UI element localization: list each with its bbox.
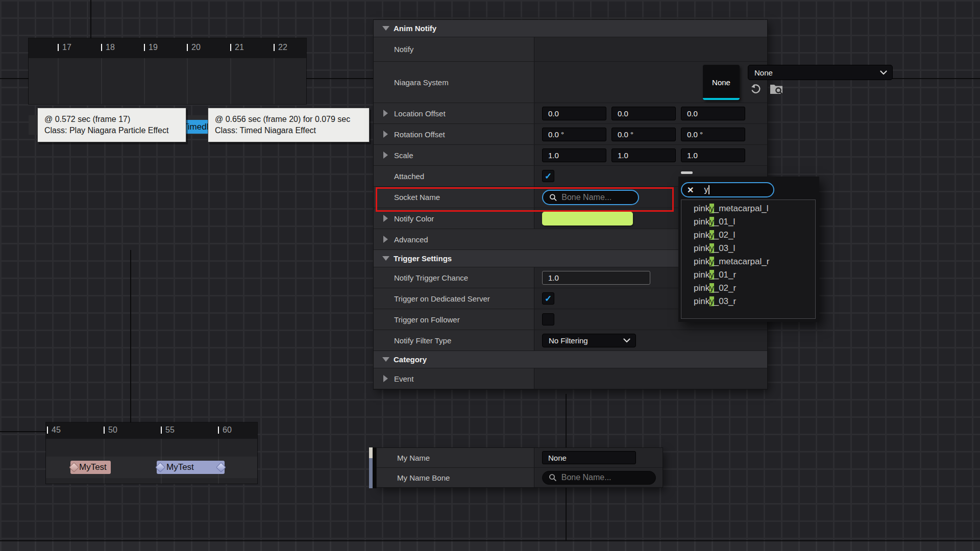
chevron-down-icon — [880, 70, 887, 75]
property-label: Event — [394, 374, 413, 383]
row-location-offset: Location Offset 0.0 0.0 0.0 — [374, 103, 767, 124]
scale-z-field[interactable]: 1.0 — [681, 148, 745, 162]
property-label: Notify Trigger Chance — [394, 273, 468, 282]
tick-mark — [274, 44, 275, 51]
bone-list-item[interactable]: pinky_01_r — [681, 268, 815, 282]
expander-icon[interactable] — [383, 152, 388, 159]
match-highlight: y — [709, 296, 714, 306]
clear-search-icon[interactable]: ✕ — [687, 185, 694, 195]
match-highlight: y — [709, 243, 714, 253]
property-label: Rotation Offset — [394, 130, 445, 139]
checkmark-icon: ✓ — [545, 172, 552, 181]
notify-trigger-chance-field[interactable]: 1.0 — [542, 271, 650, 285]
text-cursor — [708, 185, 709, 194]
property-label: Trigger on Dedicated Server — [394, 294, 490, 303]
bone-suggestion-list: pinky_metacarpal_l pinky_01_l pinky_02_l… — [681, 199, 816, 319]
browse-to-asset-icon[interactable] — [770, 84, 783, 94]
dropdown-value: No Filtering — [549, 336, 588, 345]
tick-mark — [47, 427, 48, 434]
notify-color-swatch[interactable] — [542, 212, 633, 226]
tick-mark — [187, 44, 188, 51]
location-z-field[interactable]: 0.0 — [681, 107, 745, 120]
property-label: Notify Color — [394, 214, 434, 223]
field-value: 1.0 — [548, 273, 559, 282]
tick-label: 20 — [191, 43, 201, 52]
scrollbar-thumb[interactable] — [369, 447, 373, 458]
collapse-arrow-icon[interactable] — [382, 26, 389, 31]
row-niagara-system: Niagara System None None — [374, 62, 767, 103]
property-label: My Name — [397, 454, 430, 462]
notify-mytest-lavender[interactable]: MyTest — [157, 461, 225, 474]
dedicated-server-checkbox[interactable]: ✓ — [542, 292, 554, 305]
bone-list-item[interactable]: pinky_02_l — [681, 229, 815, 242]
property-label: Trigger on Follower — [394, 315, 460, 324]
rotation-z-field[interactable]: 0.0 ° — [681, 128, 745, 141]
search-icon — [549, 193, 557, 202]
niagara-system-dropdown[interactable]: None — [748, 65, 893, 80]
bone-search-field[interactable]: ✕ y — [681, 182, 774, 197]
row-notify-filter-type: Notify Filter Type No Filtering — [374, 330, 767, 351]
expander-icon[interactable] — [383, 236, 388, 243]
expander-icon[interactable] — [383, 110, 388, 117]
socket-name-search-field[interactable] — [542, 190, 639, 205]
row-my-name: My Name None — [377, 448, 663, 468]
vertical-scrollbar[interactable] — [369, 447, 373, 488]
match-highlight: y — [709, 230, 714, 240]
my-name-field[interactable]: None — [542, 451, 636, 464]
match-highlight: y — [709, 283, 714, 293]
section-header-category[interactable]: Category — [374, 351, 767, 368]
notify-label: MyTest — [79, 462, 107, 472]
attached-checkbox[interactable]: ✓ — [542, 170, 554, 182]
row-event: Event — [374, 368, 767, 389]
my-name-bone-search-field[interactable] — [542, 471, 656, 485]
bone-list-item[interactable]: pinky_metacarpal_r — [681, 255, 815, 268]
tick-label: 19 — [149, 43, 158, 52]
section-title: Trigger Settings — [394, 254, 452, 263]
bone-list-item[interactable]: pinky_03_l — [681, 242, 815, 255]
row-my-name-bone: My Name Bone — [377, 468, 663, 487]
expander-icon[interactable] — [383, 375, 388, 382]
bone-list-item[interactable]: pinky_02_r — [681, 282, 815, 295]
notify-filter-type-dropdown[interactable]: No Filtering — [542, 334, 636, 347]
property-label: Notify — [394, 45, 413, 54]
tooltip-class-line: Class: Timed Niagara Effect — [215, 125, 362, 136]
thumbnail-type-bar — [703, 98, 740, 100]
grid-major-line — [130, 250, 131, 423]
bone-list-item[interactable]: pinky_metacarpal_l — [681, 202, 815, 215]
property-label: Location Offset — [394, 109, 446, 118]
bone-list-item[interactable]: pinky_03_r — [681, 295, 815, 308]
section-header-anim-notify[interactable]: Anim Notify — [374, 20, 767, 37]
asset-thumbnail[interactable]: None — [703, 65, 740, 100]
tick-mark — [161, 427, 162, 434]
tooltip-class-line: Class: Play Niagara Particle Effect — [44, 125, 179, 136]
tick-label: 22 — [278, 43, 287, 52]
use-selected-asset-icon[interactable] — [750, 83, 762, 95]
notify-tooltip-play: @ 0.572 sec (frame 17) Class: Play Niaga… — [37, 108, 186, 142]
field-value: 1.0 — [548, 151, 559, 160]
field-value: 1.0 — [618, 151, 628, 160]
chevron-down-icon — [623, 338, 630, 343]
field-value: None — [548, 454, 567, 462]
expander-icon[interactable] — [383, 131, 388, 138]
collapse-arrow-icon[interactable] — [382, 357, 389, 362]
tick-label: 55 — [165, 425, 175, 435]
bone-list-item[interactable]: pinky_01_l — [681, 215, 815, 229]
scale-y-field[interactable]: 1.0 — [611, 148, 676, 162]
match-highlight: y — [709, 204, 714, 213]
row-rotation-offset: Rotation Offset 0.0 ° 0.0 ° 0.0 ° — [374, 124, 767, 145]
expander-icon[interactable] — [383, 215, 388, 222]
location-x-field[interactable]: 0.0 — [542, 107, 606, 120]
popup-grip-dash — [681, 171, 693, 174]
thumbnail-text: None — [712, 78, 730, 87]
timeline-gridline — [274, 58, 275, 104]
rotation-x-field[interactable]: 0.0 ° — [542, 128, 606, 141]
follower-checkbox[interactable] — [542, 313, 554, 325]
collapse-arrow-icon[interactable] — [382, 256, 389, 261]
section-title: Anim Notify — [394, 24, 436, 33]
socket-name-input[interactable] — [561, 193, 632, 202]
tick-mark — [218, 427, 219, 434]
location-y-field[interactable]: 0.0 — [611, 107, 676, 120]
my-name-bone-input[interactable] — [561, 473, 649, 482]
scale-x-field[interactable]: 1.0 — [542, 148, 606, 162]
rotation-y-field[interactable]: 0.0 ° — [611, 128, 676, 141]
